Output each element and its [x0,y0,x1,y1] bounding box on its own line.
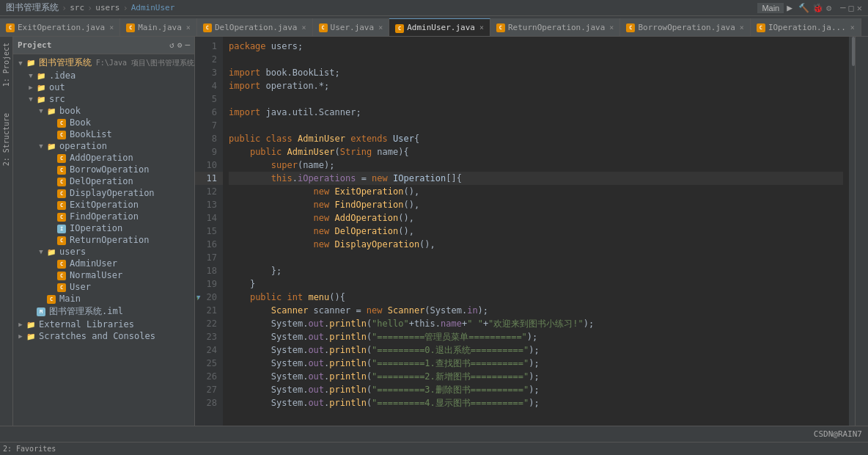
code-line-27[interactable]: System.out.println("=========3.删除图书=====… [229,383,843,396]
code-line-4[interactable]: import operation.*; [229,79,843,92]
tree-item-6[interactable]: CBookList [13,128,194,140]
tab-close-main[interactable]: × [186,23,191,32]
tab-close-user[interactable]: × [378,23,383,32]
tree-item-3[interactable]: ▼📁src [13,93,194,105]
tab-label-return: ReturnOperation.java [508,23,605,32]
branch-button[interactable]: Main [757,3,784,13]
close-button[interactable]: ✕ [857,3,862,13]
token: +this. [409,317,441,330]
tab-ioperation[interactable]: CIOperation.ja...× [751,18,861,36]
tree-item-21[interactable]: M图书管理系统.iml [13,305,194,318]
maximize-button[interactable]: □ [849,3,854,13]
tab-close-borrow[interactable]: × [740,23,744,32]
tree-arrow-0: ▼ [16,59,25,67]
code-line-28[interactable]: System.out.println("=========4.显示图书=====… [229,396,843,410]
tree-icon-21: M [35,307,47,316]
debug-button[interactable]: 🐞 [812,3,823,13]
token: println [329,383,367,396]
tree-icon-11: C [56,189,67,198]
code-line-3[interactable]: import book.BookList; [229,66,843,79]
settings-button[interactable]: ⚙ [826,3,831,13]
code-line-21[interactable]: Scanner scanner = new Scanner(System.in)… [229,304,843,317]
minimize-button[interactable]: ─ [840,3,845,13]
code-area[interactable]: package users;import book.BookList;impor… [223,37,849,426]
tab-exit[interactable]: CExitOperation.java× [0,18,120,36]
code-line-5[interactable] [229,92,843,106]
code-line-22[interactable]: System.out.println("hello"+this.name+" "… [229,317,843,330]
tree-item-19[interactable]: CUser [13,281,194,293]
code-line-26[interactable]: System.out.println("=========2.新增图书=====… [229,370,843,383]
token: System. [229,383,308,396]
breadcrumb-adminuser[interactable]: AdminUser [131,3,175,12]
tree-item-11[interactable]: CDisplayOperation [13,187,194,199]
tree-item-23[interactable]: ▶📁Scratches and Consoles [13,330,194,342]
code-line-19[interactable]: } [229,277,843,291]
tree-item-8[interactable]: CAddOperation [13,152,194,164]
token: operation.*; [260,79,329,92]
token: AddOperation [335,211,399,225]
tab-del[interactable]: CDelOperation.java× [197,18,313,36]
token: super [271,159,298,172]
code-line-23[interactable]: System.out.println("=========管理员菜单======… [229,330,843,343]
code-line-9[interactable]: public AdminUser(String name){ [229,145,843,159]
code-line-12[interactable]: new ExitOperation(), [229,185,843,198]
tree-item-2[interactable]: ▶📁out [13,81,194,93]
tree-item-10[interactable]: CDelOperation [13,175,194,187]
tab-close-del[interactable]: × [301,23,306,32]
tab-close-ioperation[interactable]: × [850,23,855,32]
tab-close-return[interactable]: × [609,23,614,32]
tree-item-15[interactable]: CReturnOperation [13,234,194,246]
tree-item-13[interactable]: CFindOperation [13,211,194,222]
tab-close-exit[interactable]: × [109,23,114,32]
code-line-10[interactable]: super(name); [229,159,843,172]
build-button[interactable]: 🔨 [798,3,809,13]
tree-item-4[interactable]: ▼📁book [13,105,194,117]
code-line-14[interactable]: new AddOperation(), [229,211,843,225]
sync-icon[interactable]: ↺ [169,40,174,50]
code-line-13[interactable]: new FindOperation(), [229,198,843,211]
scroll-thumb[interactable] [852,37,855,66]
token: IOperation [393,172,446,185]
code-line-7[interactable] [229,119,843,132]
code-line-8[interactable]: public class AdminUser extends User{ [229,132,843,145]
token: ( [367,343,372,357]
tree-item-1[interactable]: ▼📁.idea [13,70,194,81]
code-line-2[interactable] [229,53,843,66]
structure-panel-tab[interactable]: 2: Structure [1,107,12,172]
code-line-17[interactable] [229,251,843,264]
gear-icon[interactable]: ⚙ [177,40,183,50]
code-line-11[interactable]: this.iOperations = new IOperation[]{ [229,172,843,185]
tree-item-17[interactable]: CAdminUser [13,258,194,269]
code-line-18[interactable]: }; [229,264,843,277]
tab-adminuser[interactable]: CAdminUser.java× [389,18,490,36]
tab-close-adminuser[interactable]: × [479,23,484,32]
tree-item-20[interactable]: CMain [13,293,194,305]
tree-item-22[interactable]: ▶📁External Libraries [13,318,194,330]
code-line-16[interactable]: new DisplayOperation(), [229,238,843,251]
code-line-20[interactable]: public int menu(){ [229,291,843,304]
code-line-24[interactable]: System.out.println("=========0.退出系统=====… [229,343,843,357]
tree-item-0[interactable]: ▼📁图书管理系统F:\Java 项目\图书管理系统 [13,56,194,70]
tree-item-7[interactable]: ▼📁operation [13,140,194,152]
tab-user[interactable]: CUser.java× [313,18,390,36]
tree-item-14[interactable]: IIOperation [13,222,194,234]
tree-item-18[interactable]: CNormalUser [13,269,194,281]
code-line-6[interactable]: import java.util.Scanner; [229,106,843,119]
code-line-15[interactable]: new DelOperation(), [229,225,843,238]
tab-main[interactable]: CMain.java× [120,18,197,36]
token: DisplayOperation [335,238,420,251]
tree-item-9[interactable]: CBorrowOperation [13,164,194,175]
favorites-tab[interactable]: 2: Favorites [3,445,56,453]
tree-item-12[interactable]: CExitOperation [13,199,194,211]
tree-label-10: DelOperation [67,176,133,186]
tab-return[interactable]: CReturnOperation.java× [490,18,620,36]
run-button[interactable]: ▶ [787,2,792,13]
project-panel-tab[interactable]: 1: Project [1,37,12,92]
code-line-25[interactable]: System.out.println("=========1.查找图书=====… [229,357,843,370]
code-line-1[interactable]: package users; [229,40,843,53]
tree-item-16[interactable]: ▼📁users [13,246,194,258]
token: ExitOperation [335,185,404,198]
tree-item-5[interactable]: CBook [13,117,194,128]
tab-borrow[interactable]: CBorrowOperation.java× [620,18,750,36]
collapse-icon[interactable]: ─ [185,40,190,50]
